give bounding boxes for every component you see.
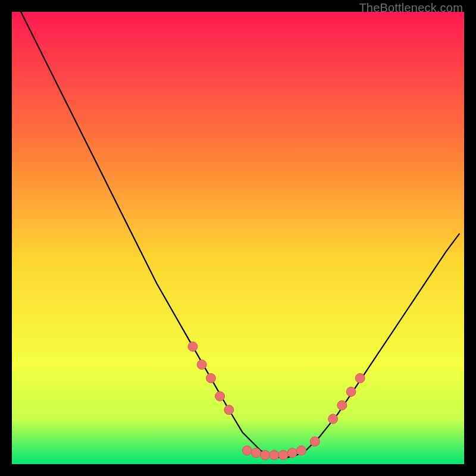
data-marker <box>197 360 206 369</box>
data-marker <box>224 405 234 415</box>
data-marker <box>270 450 279 460</box>
data-marker <box>337 400 347 410</box>
gradient-background <box>12 12 464 464</box>
data-marker <box>310 437 320 446</box>
data-marker <box>328 414 338 424</box>
data-marker <box>215 392 225 401</box>
data-marker <box>188 342 198 351</box>
watermark-text: TheBottleneck.com <box>359 1 463 15</box>
data-marker <box>206 374 215 383</box>
data-marker <box>242 446 252 455</box>
bottleneck-chart <box>12 12 464 464</box>
data-marker <box>355 374 365 383</box>
data-marker <box>287 448 297 458</box>
data-marker <box>251 448 261 458</box>
data-marker <box>346 387 356 396</box>
data-marker <box>278 450 288 460</box>
data-marker <box>296 446 306 455</box>
data-marker <box>261 450 270 460</box>
